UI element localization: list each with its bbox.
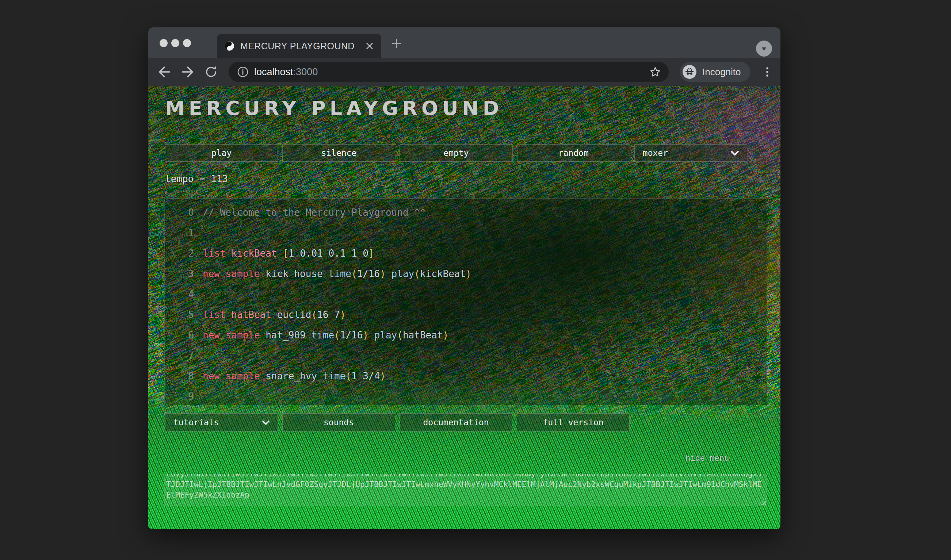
line-number: 1 <box>165 228 194 238</box>
mercury-playground-page: MERCURY PLAYGROUND play silence empty ra… <box>148 86 780 529</box>
code-text: // Welcome to the Mercury Playground ^^ <box>203 207 425 218</box>
line-number: 9 <box>165 391 194 402</box>
tempo-display: tempo = 113 <box>165 174 228 185</box>
code-text: new sample hat_909 time(1/16) play(hatBe… <box>203 330 449 341</box>
share-code-textarea[interactable]: cGVyJTBBJTIwJTIwJTIwJTIwJTIwJTIwJTIwJTIw… <box>164 474 767 506</box>
code-line[interactable]: 5list hatBeat euclid(16 7) <box>165 305 766 325</box>
code-line[interactable]: 0// Welcome to the Mercury Playground ^^ <box>165 202 766 223</box>
page-title: MERCURY PLAYGROUND <box>165 97 503 120</box>
line-number: 6 <box>165 330 194 341</box>
browser-menu-icon[interactable] <box>760 64 775 80</box>
browser-window: MERCURY PLAYGROUND <box>148 28 780 529</box>
full-version-button[interactable]: full version <box>517 413 630 431</box>
tab-close-icon[interactable] <box>364 41 375 51</box>
silence-button[interactable]: silence <box>282 144 395 162</box>
reload-icon[interactable] <box>203 64 219 80</box>
sounds-button[interactable]: sounds <box>282 413 395 431</box>
line-number: 3 <box>165 268 194 279</box>
random-button[interactable]: random <box>517 144 630 162</box>
incognito-spy-icon <box>683 65 697 79</box>
play-button[interactable]: play <box>165 144 278 162</box>
bookmark-star-icon[interactable] <box>649 66 661 78</box>
address-bar[interactable]: localhost:3000 <box>229 62 669 82</box>
tab-title: MERCURY PLAYGROUND <box>240 41 355 51</box>
new-tab-button[interactable] <box>391 38 402 49</box>
empty-button[interactable]: empty <box>399 144 512 162</box>
mixer-select[interactable]: moxer <box>634 144 747 162</box>
window-close-button[interactable] <box>160 39 168 47</box>
code-line[interactable]: 7 <box>165 345 766 366</box>
tutorials-select[interactable]: tutorials <box>165 413 278 431</box>
back-icon[interactable] <box>156 64 173 80</box>
chevron-down-icon <box>261 417 271 428</box>
site-info-icon[interactable] <box>237 66 249 78</box>
line-number: 7 <box>165 350 194 361</box>
line-number: 5 <box>165 309 194 320</box>
window-zoom-button[interactable] <box>183 39 191 47</box>
code-text: new sample snare_hvy time(1 3/4) <box>203 371 386 382</box>
code-line[interactable]: 3new sample kick_house time(1/16) play(k… <box>165 263 766 284</box>
mixer-select-value: moxer <box>643 148 729 158</box>
url-port: :3000 <box>293 66 318 77</box>
window-minimize-button[interactable] <box>171 39 179 47</box>
code-text: new sample kick_house time(1/16) play(ki… <box>203 268 472 279</box>
code-line[interactable]: 4 <box>165 284 766 305</box>
code-text: list hatBeat euclid(16 7) <box>203 309 345 320</box>
line-number: 4 <box>165 289 194 300</box>
line-number: 0 <box>165 207 194 218</box>
transport-menu: play silence empty random moxer <box>165 144 747 162</box>
browser-toolbar: localhost:3000 Incognito <box>148 58 780 86</box>
line-number: 8 <box>165 371 194 382</box>
code-line[interactable]: 8new sample snare_hvy time(1 3/4) <box>165 366 766 386</box>
chevron-down-icon <box>729 148 740 158</box>
share-code-text: cGVyJTBBJTIwJTIwJTIwJTIwJTIwJTIwJTIwJTIw… <box>166 474 763 500</box>
browser-tab[interactable]: MERCURY PLAYGROUND <box>217 34 381 58</box>
tab-search-button[interactable] <box>756 40 772 57</box>
incognito-label: Incognito <box>702 66 741 78</box>
tab-strip: MERCURY PLAYGROUND <box>148 28 780 58</box>
code-editor[interactable]: 0// Welcome to the Mercury Playground ^^… <box>164 198 767 405</box>
incognito-badge: Incognito <box>680 62 751 82</box>
footer-menu: tutorials sounds documentation full vers… <box>165 413 630 431</box>
window-controls <box>160 39 191 47</box>
tab-favicon-icon <box>224 41 234 51</box>
code-line[interactable]: 6new sample hat_909 time(1/16) play(hatB… <box>165 325 766 345</box>
code-line[interactable]: 2list kickBeat [1 0.01 0.1 1 0] <box>165 243 766 263</box>
code-editor-lines: 0// Welcome to the Mercury Playground ^^… <box>165 198 766 405</box>
code-line[interactable]: 9 <box>165 386 766 405</box>
code-line[interactable]: 1 <box>165 223 766 243</box>
forward-icon[interactable] <box>180 64 196 80</box>
line-number: 2 <box>165 248 194 259</box>
code-text: list kickBeat [1 0.01 0.1 1 0] <box>203 248 375 259</box>
tutorials-select-value: tutorials <box>173 418 261 427</box>
documentation-button[interactable]: documentation <box>399 413 512 431</box>
url-host: localhost <box>254 66 293 77</box>
url-text: localhost:3000 <box>254 66 318 78</box>
hide-menu-button[interactable]: hide menu <box>686 454 729 463</box>
